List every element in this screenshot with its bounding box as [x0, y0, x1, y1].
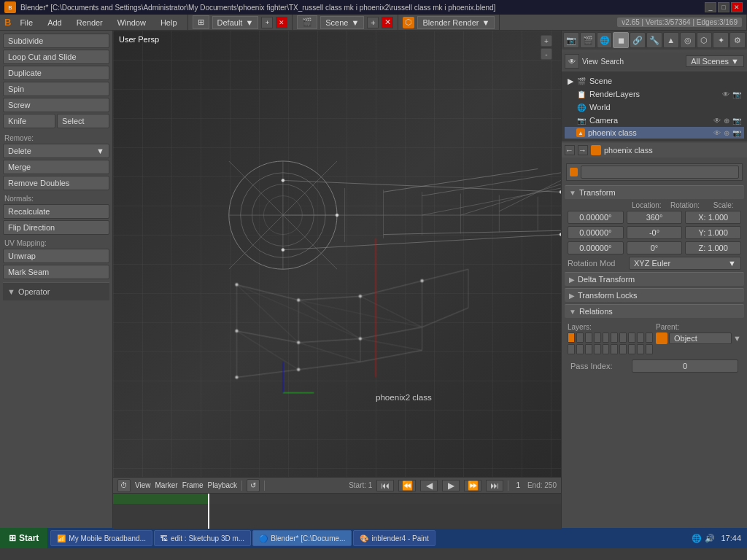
- play-reverse-button[interactable]: ◀: [420, 480, 438, 491]
- render-layers-item[interactable]: 📋 RenderLayers 👁 📷: [565, 88, 744, 101]
- scene-dropdown[interactable]: Scene ▼: [320, 16, 364, 29]
- step-forward-button[interactable]: ⏩: [464, 480, 481, 491]
- camera-select-icon[interactable]: ⊕: [724, 117, 729, 125]
- layer-btn-6[interactable]: [611, 332, 618, 343]
- merge-button[interactable]: Merge: [3, 160, 109, 174]
- object-path-back[interactable]: ←: [565, 145, 575, 155]
- workspace-dropdown[interactable]: Default ▼: [212, 16, 259, 29]
- spin-button[interactable]: Spin: [3, 82, 109, 96]
- transform-section-header[interactable]: ▼ Transform: [565, 185, 744, 199]
- subdivide-button[interactable]: Subdivide: [3, 34, 109, 48]
- loc-y-input[interactable]: 0.00000°: [568, 226, 624, 239]
- camera-render-icon[interactable]: 📷: [732, 117, 741, 125]
- phoenix-class-item[interactable]: ▲ phoenix class 👁 ⊕ 📷: [565, 127, 744, 139]
- view-menu-right[interactable]: View: [582, 58, 598, 66]
- jump-start-button[interactable]: ⏮: [376, 480, 394, 491]
- pass-index-input[interactable]: 0: [632, 359, 738, 373]
- scale-y-input[interactable]: Y: 1.000: [685, 226, 741, 239]
- view-icon-button[interactable]: 👁: [565, 54, 579, 69]
- layer-btn-19[interactable]: [637, 344, 644, 354]
- particles-icon[interactable]: ✦: [713, 32, 729, 48]
- taskbar-item-sketchup[interactable]: 🏗 edit : Sketchup 3D m...: [154, 530, 251, 546]
- unwrap-button[interactable]: Unwrap: [3, 249, 109, 263]
- play-button[interactable]: ▶: [442, 480, 460, 491]
- remove-scene-button[interactable]: ✕: [382, 17, 393, 28]
- layer-btn-5[interactable]: [603, 332, 610, 343]
- scene-tree-item[interactable]: ▶ 🎬 Scene: [565, 74, 744, 88]
- layer-btn-9[interactable]: [637, 332, 644, 343]
- search-menu[interactable]: Search: [601, 58, 624, 66]
- close-button[interactable]: ✕: [731, 2, 743, 12]
- frame-menu[interactable]: Frame: [182, 481, 204, 489]
- layer-btn-11[interactable]: [568, 344, 575, 354]
- loc-x-input[interactable]: 0.00000°: [568, 211, 624, 224]
- step-back-button[interactable]: ⏪: [398, 480, 416, 491]
- layer-btn-17[interactable]: [619, 344, 627, 354]
- add-scene-button[interactable]: +: [367, 17, 379, 28]
- sync-icon[interactable]: ↺: [247, 479, 260, 492]
- world-props-icon[interactable]: 🌐: [597, 32, 613, 48]
- layer-btn-14[interactable]: [594, 344, 601, 354]
- scale-z-input[interactable]: Z: 1.000: [685, 241, 741, 254]
- object-props-icon[interactable]: ◼: [613, 32, 629, 48]
- layer-btn-4[interactable]: [594, 332, 601, 343]
- rot-z-input[interactable]: 0°: [627, 241, 683, 254]
- modifiers-icon[interactable]: 🔧: [646, 32, 662, 48]
- physics-icon[interactable]: ⚙: [729, 32, 746, 48]
- scale-x-input[interactable]: X: 1.000: [685, 211, 741, 224]
- taskbar-item-blender[interactable]: 🔵 Blender* [C:\Docume...: [252, 530, 352, 546]
- taskbar-item-paint[interactable]: 🎨 inblender4 - Paint: [353, 530, 435, 546]
- data-icon[interactable]: ▲: [663, 32, 679, 48]
- knife-button[interactable]: Knife: [3, 114, 55, 128]
- transform-locks-header[interactable]: ▶ Transform Locks: [565, 288, 744, 302]
- rot-y-input[interactable]: -0°: [627, 226, 683, 239]
- object-path-fwd[interactable]: →: [578, 145, 588, 155]
- camera-tree-item[interactable]: 📷 Camera 👁 ⊕ 📷: [565, 114, 744, 127]
- menu-add[interactable]: Add: [42, 17, 68, 28]
- layer-btn-10[interactable]: [646, 332, 653, 343]
- render-engine-dropdown[interactable]: Blender Render ▼: [417, 16, 495, 29]
- menu-window[interactable]: Window: [112, 17, 152, 28]
- relations-section-header[interactable]: ▼ Relations: [565, 304, 744, 318]
- playback-menu[interactable]: Playback: [208, 481, 238, 489]
- layer-btn-18[interactable]: [628, 344, 635, 354]
- phoenix-render-icon[interactable]: 📷: [732, 129, 741, 137]
- world-tree-item[interactable]: 🌐 World: [565, 101, 744, 114]
- zoom-out-button[interactable]: -: [541, 48, 552, 60]
- render-layers-render-icon[interactable]: 📷: [732, 90, 741, 98]
- layer-btn-12[interactable]: [576, 344, 584, 354]
- loc-z-input[interactable]: 0.00000°: [568, 241, 624, 254]
- object-name-input[interactable]: phoenix class: [581, 166, 739, 179]
- phoenix-select-icon[interactable]: ⊕: [724, 129, 729, 137]
- flip-direction-button[interactable]: Flip Direction: [3, 220, 109, 235]
- menu-render[interactable]: Render: [71, 17, 109, 28]
- render-layers-restrict-icon[interactable]: 👁: [722, 90, 729, 98]
- viewport[interactable]: User Persp: [113, 31, 561, 477]
- layer-btn-16[interactable]: [611, 344, 618, 354]
- menu-file[interactable]: File: [14, 17, 39, 28]
- screw-button[interactable]: Screw: [3, 98, 109, 112]
- all-scenes-dropdown[interactable]: All Scenes ▼: [686, 55, 744, 67]
- rot-x-input[interactable]: 360°: [627, 211, 683, 224]
- camera-restrict-icon[interactable]: 👁: [713, 117, 721, 125]
- layer-btn-2[interactable]: [576, 332, 584, 343]
- view-tl-menu[interactable]: View: [135, 481, 151, 489]
- timeline-cursor[interactable]: [208, 494, 209, 529]
- taskbar-item-mobile[interactable]: 📶 My Mobile Broadband...: [50, 530, 152, 546]
- layer-btn-3[interactable]: [585, 332, 592, 343]
- add-workspace-button[interactable]: +: [261, 17, 273, 28]
- rotation-mod-dropdown[interactable]: XYZ Euler ▼: [629, 257, 741, 270]
- zoom-in-button[interactable]: +: [541, 35, 552, 47]
- recalculate-button[interactable]: Recalculate: [3, 204, 109, 219]
- texture-icon[interactable]: ⬡: [697, 32, 713, 48]
- layer-btn-20[interactable]: [646, 344, 653, 354]
- loop-cut-button[interactable]: Loop Cut and Slide: [3, 50, 109, 64]
- jump-end-button[interactable]: ⏭: [486, 480, 503, 491]
- menu-help[interactable]: Help: [155, 17, 183, 28]
- workspace-icon-btn[interactable]: ⊞: [193, 15, 209, 29]
- material-icon[interactable]: ◎: [680, 32, 696, 48]
- layer-btn-15[interactable]: [603, 344, 610, 354]
- start-button[interactable]: ⊞ Start: [0, 528, 47, 548]
- scene-props-icon[interactable]: 🎬: [580, 32, 596, 48]
- delta-transform-header[interactable]: ▶ Delta Transform: [565, 272, 744, 286]
